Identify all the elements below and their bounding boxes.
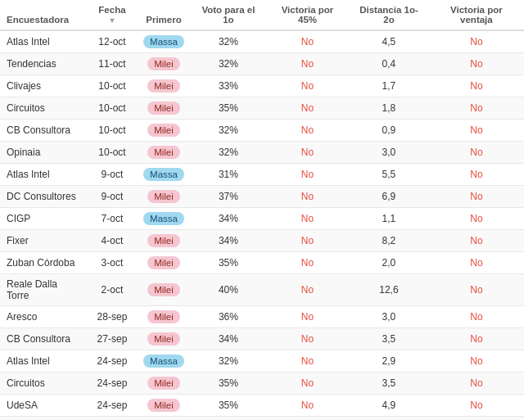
table-row: CB Consultora10-octMilei32%No0,9No <box>0 120 524 142</box>
cell-voto: 34% <box>191 230 266 252</box>
cell-primero: Milei <box>137 417 191 421</box>
cell-primero: Milei <box>137 252 191 274</box>
cell-encuestadora: CB Consultora <box>0 328 88 350</box>
cell-distancia: 3,5 <box>349 328 429 350</box>
cell-distancia: 3,5 <box>349 373 429 395</box>
tag-milei: Milei <box>147 234 180 247</box>
cell-fecha: 21-sep <box>88 417 137 421</box>
table-row: Fixer4-octMilei34%No8,2No <box>0 230 524 252</box>
cell-victoriaventa: No <box>429 30 524 53</box>
cell-distancia: 3,0 <box>349 142 429 164</box>
cell-victoria45: No <box>266 120 349 142</box>
cell-victoriaventa: No <box>429 328 524 350</box>
cell-encuestadora: Reale Dalla Torre <box>0 274 88 306</box>
cell-encuestadora: Atlas Intel <box>0 30 88 53</box>
cell-victoria45: No <box>266 306 349 328</box>
cell-distancia: 6,9 <box>349 186 429 208</box>
tag-milei: Milei <box>147 332 180 345</box>
tag-massa: Massa <box>143 355 184 368</box>
cell-voto: 37% <box>191 186 266 208</box>
cell-fecha: 24-sep <box>88 395 137 417</box>
cell-primero: Milei <box>137 75 191 97</box>
table-row: Opinaia10-octMilei32%No3,0No <box>0 142 524 164</box>
cell-distancia: 1,1 <box>349 208 429 230</box>
table-row: Atlas Intel9-octMassa31%No5,5No <box>0 164 524 186</box>
tag-milei: Milei <box>147 310 180 323</box>
cell-distancia: 4,9 <box>349 395 429 417</box>
cell-fecha: 4-oct <box>88 230 137 252</box>
cell-encuestadora: Circuitos <box>0 97 88 120</box>
cell-distancia: 0,4 <box>349 53 429 75</box>
header-victoria45: Victoria por 45% <box>266 0 349 30</box>
cell-primero: Milei <box>137 395 191 417</box>
cell-victoria45: No <box>266 208 349 230</box>
cell-victoriaventa: No <box>429 395 524 417</box>
cell-fecha: 24-sep <box>88 350 137 373</box>
tag-milei: Milei <box>147 283 180 296</box>
cell-victoria45: No <box>266 350 349 373</box>
cell-fecha: 9-oct <box>88 186 137 208</box>
cell-victoriaventa: No <box>429 373 524 395</box>
table-row: DC Consultores9-octMilei37%No6,9No <box>0 186 524 208</box>
cell-primero: Milei <box>137 120 191 142</box>
cell-primero: Milei <box>137 97 191 120</box>
cell-encuestadora: Clivajes <box>0 75 88 97</box>
cell-victoria45: No <box>266 142 349 164</box>
cell-fecha: 11-oct <box>88 53 137 75</box>
cell-voto: 32% <box>191 30 266 53</box>
cell-fecha: 12-oct <box>88 30 137 53</box>
table-row: Aresco21-sepMilei36%No5,5No <box>0 417 524 421</box>
cell-victoriaventa: No <box>429 252 524 274</box>
cell-fecha: 7-oct <box>88 208 137 230</box>
cell-victoriaventa: No <box>429 417 524 421</box>
cell-encuestadora: Atlas Intel <box>0 350 88 373</box>
polls-table: Encuestadora Fecha ▼ Primero Voto para e… <box>0 0 524 420</box>
cell-distancia: 0,9 <box>349 120 429 142</box>
cell-primero: Milei <box>137 328 191 350</box>
tag-milei: Milei <box>147 377 180 390</box>
cell-primero: Massa <box>137 164 191 186</box>
cell-distancia: 8,2 <box>349 230 429 252</box>
tag-milei: Milei <box>147 190 180 203</box>
header-distancia: Distancia 1o-2o <box>349 0 429 30</box>
cell-distancia: 5,5 <box>349 164 429 186</box>
cell-encuestadora: Fixer <box>0 230 88 252</box>
cell-voto: 35% <box>191 395 266 417</box>
header-voto: Voto para el 1o <box>191 0 266 30</box>
cell-encuestadora: DC Consultores <box>0 186 88 208</box>
cell-primero: Milei <box>137 306 191 328</box>
cell-victoria45: No <box>266 230 349 252</box>
cell-primero: Massa <box>137 350 191 373</box>
sort-icon: ▼ <box>109 16 116 25</box>
cell-distancia: 12,6 <box>349 274 429 306</box>
cell-primero: Massa <box>137 30 191 53</box>
cell-victoriaventa: No <box>429 97 524 120</box>
table-row: Zuban Córdoba3-octMilei35%No2,0No <box>0 252 524 274</box>
cell-fecha: 24-sep <box>88 373 137 395</box>
cell-voto: 36% <box>191 417 266 421</box>
cell-encuestadora: CIGP <box>0 208 88 230</box>
cell-primero: Milei <box>137 186 191 208</box>
cell-encuestadora: Circuitos <box>0 373 88 395</box>
cell-voto: 35% <box>191 252 266 274</box>
main-container: Encuestadora Fecha ▼ Primero Voto para e… <box>0 0 524 420</box>
tag-massa: Massa <box>143 212 184 225</box>
cell-voto: 32% <box>191 350 266 373</box>
cell-victoria45: No <box>266 274 349 306</box>
cell-victoria45: No <box>266 373 349 395</box>
cell-primero: Milei <box>137 230 191 252</box>
cell-voto: 36% <box>191 306 266 328</box>
header-encuestadora: Encuestadora <box>0 0 88 30</box>
tag-milei: Milei <box>147 79 180 93</box>
cell-victoria45: No <box>266 395 349 417</box>
cell-encuestadora: Aresco <box>0 417 88 421</box>
header-fecha[interactable]: Fecha ▼ <box>88 0 137 30</box>
cell-encuestadora: Aresco <box>0 306 88 328</box>
cell-victoria45: No <box>266 164 349 186</box>
cell-fecha: 10-oct <box>88 142 137 164</box>
cell-voto: 32% <box>191 142 266 164</box>
cell-voto: 31% <box>191 164 266 186</box>
cell-victoria45: No <box>266 328 349 350</box>
tag-massa: Massa <box>143 168 184 181</box>
cell-voto: 32% <box>191 53 266 75</box>
